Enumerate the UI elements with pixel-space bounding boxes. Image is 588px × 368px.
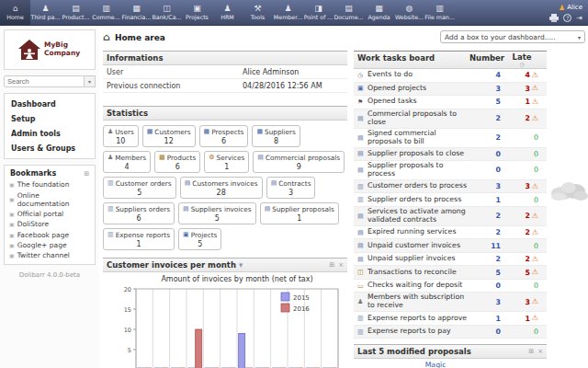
- task-row-commercial-proposals-to-close[interactable]: ▤Commercial proposals to close22⚠: [354, 109, 547, 129]
- informations-header: Informations: [103, 51, 347, 65]
- task-row-opened-tasks[interactable]: ⚑Opened tasks51⚠: [354, 96, 547, 109]
- logout-icon[interactable]: ⇥: [576, 14, 582, 22]
- page-title: Home area: [115, 33, 165, 42]
- widget-close-icon[interactable]: ×: [537, 348, 543, 355]
- invoices-chart-widget: Customer invoices per month ▼ ⊞ × Amount…: [103, 258, 347, 368]
- bookmark-dolistore[interactable]: ▣DoliStore: [5, 219, 95, 229]
- company-logo[interactable]: MyBig Company: [4, 29, 96, 70]
- stat-box-expense-reports[interactable]: ▥Expense reports1: [103, 228, 175, 250]
- task-row-transactions-to-reconcile[interactable]: ◫Transactions to reconcile55⚠: [354, 266, 547, 280]
- stat-box-contracts[interactable]: ▤Contracts3: [266, 177, 316, 199]
- task-row-expense-reports-to-pay[interactable]: ▥Expense reports to pay00: [354, 326, 547, 339]
- info-value[interactable]: Alice Adminson: [243, 68, 299, 76]
- add-box-dropdown[interactable]: Add a box to your dashboard..... ▾: [440, 30, 585, 43]
- top-menu-item-home[interactable]: ⌂Home: [0, 0, 30, 25]
- task-label: Members with subscription to receive: [368, 293, 473, 310]
- stat-box-services[interactable]: ⚙Services1: [204, 151, 249, 173]
- stat-value: 5: [137, 188, 141, 197]
- search-dropdown-button[interactable]: ▾: [85, 75, 96, 87]
- stat-box-members[interactable]: ♟Members4: [103, 151, 151, 173]
- stat-box-customers[interactable]: ▦Customers12: [142, 125, 196, 147]
- bookmark-twitter-channel[interactable]: ▣Twitter channel: [5, 250, 95, 260]
- task-row-customer-orders-to-process[interactable]: ▥Customer orders to process33⚠: [354, 180, 547, 194]
- stat-box-customer-orders[interactable]: ▥Customer orders5: [103, 177, 176, 199]
- bookmark-facebook-page[interactable]: ▣Facebook page: [5, 230, 95, 240]
- svg-text:2015: 2015: [293, 294, 310, 302]
- svg-text:10: 10: [124, 327, 131, 334]
- stat-box-commercial-proposals[interactable]: ▤Commercial proposals9: [253, 151, 345, 173]
- bookmarks-grid-icon[interactable]: ⊞: [84, 170, 89, 178]
- bookmark-google-page[interactable]: ▣Google+ page: [5, 240, 95, 250]
- members-icon: ♟: [107, 155, 113, 161]
- top-menu-item-website[interactable]: ◍Website...: [394, 0, 424, 25]
- task-row-expired-running-services[interactable]: ▤Expired running services22⚠: [354, 226, 547, 240]
- sidebar-item-dashboard[interactable]: Dashboard: [5, 97, 95, 111]
- user-menu[interactable]: ♟ Alice: [559, 4, 582, 12]
- task-row-signed-commercial-proposals-to-bill[interactable]: ▤Signed commercial proposals to bill20: [354, 129, 547, 148]
- bookmark-the-foundation[interactable]: ▣The foundation: [5, 179, 95, 190]
- task-row-unpaid-supplier-invoices[interactable]: ▤Unpaid supplier invoices22⚠: [354, 253, 547, 267]
- stat-box-customers-invoices[interactable]: ▤Customers invoices28: [180, 177, 263, 199]
- top-menu-item-product[interactable]: ▤Product...: [61, 0, 91, 25]
- opened-projects-icon: ▣: [357, 85, 368, 92]
- top-menu-item-third-pa[interactable]: ♟Third pa...: [30, 0, 61, 25]
- task-row-expense-reports-to-approve[interactable]: ▥Expense reports to approve11⚠: [354, 312, 547, 326]
- stat-box-top: ▦Customers: [147, 128, 191, 136]
- task-late-value: 0: [534, 133, 538, 142]
- widget-move-icon[interactable]: ⊞: [528, 348, 534, 355]
- stat-box-supplier-proposals[interactable]: ▤Supplier proposals1: [260, 202, 339, 224]
- stat-box-products[interactable]: ▩Products6: [154, 151, 200, 173]
- stat-box-suppliers-invoices[interactable]: ▤Suppliers invoices5: [178, 202, 256, 224]
- task-row-supplier-orders-to-process[interactable]: ▥Supplier orders to process10: [354, 193, 547, 207]
- products-icon: ▩: [159, 155, 165, 161]
- widget-close-icon[interactable]: ×: [338, 261, 344, 269]
- stat-box-projects[interactable]: ▣Projects5: [178, 228, 221, 250]
- search-input[interactable]: [4, 75, 85, 87]
- stat-box-prospects[interactable]: ▦Prospects6: [199, 125, 249, 147]
- task-row-events-to-do[interactable]: ◷Events to do44⚠: [354, 69, 547, 83]
- top-menu-item-financia[interactable]: ▦Financia...: [121, 0, 152, 25]
- stat-box-users[interactable]: ♟Users10: [103, 125, 139, 147]
- task-row-members-with-subscription-to-receive[interactable]: ♟Members with subscription to receive33⚠: [354, 293, 547, 312]
- printer-icon[interactable]: [549, 14, 559, 22]
- top-menu-item-tools[interactable]: ⚒Tools: [243, 0, 273, 25]
- projects-icon: ▣: [193, 5, 201, 13]
- stat-label: Customers invoices: [192, 179, 257, 188]
- task-late-value: 0: [534, 328, 538, 336]
- warning-icon: ⚠: [532, 213, 538, 220]
- task-row-checks-waiting-for-deposit[interactable]: ▭Checks waiting for deposit00: [354, 280, 547, 293]
- top-menu-item-point-of[interactable]: ◨Point of ...: [303, 0, 334, 25]
- task-row-unpaid-customer-invoices[interactable]: ▤Unpaid customer invoices110: [354, 239, 547, 253]
- task-late-value: 2: [525, 228, 529, 236]
- sidebar-item-users-groups[interactable]: Users & Groups: [5, 141, 95, 155]
- top-menu-item-hrm[interactable]: ♟HRM: [212, 0, 243, 25]
- filter-icon[interactable]: ▼: [239, 262, 243, 268]
- stat-box-top: ⚙Services: [209, 154, 244, 162]
- stat-box-suppliers-orders[interactable]: ▥Suppliers orders6: [103, 202, 175, 224]
- svg-text:2016: 2016: [293, 305, 310, 313]
- widget-move-icon[interactable]: ⊞: [329, 261, 334, 269]
- top-menu-item-file-man[interactable]: ▥File man...: [424, 0, 455, 25]
- task-row-services-to-activate-among-validated-contracts[interactable]: ▤Services to activate among validated co…: [354, 207, 547, 226]
- top-menu-item-comme[interactable]: ▥Comme...: [91, 0, 121, 25]
- top-menu-label: Projects: [186, 14, 209, 20]
- stat-box-suppliers[interactable]: ▦Suppliers8: [252, 125, 300, 147]
- top-menu-item-bank-ca[interactable]: ◫Bank/Ca...: [152, 0, 182, 25]
- task-row-supplier-proposals-to-process[interactable]: ▤Supplier proposals to process00: [354, 161, 547, 180]
- company-link[interactable]: Magic Food Store: [425, 361, 454, 368]
- task-late-value: 2: [525, 255, 529, 263]
- help-icon[interactable]: ?: [563, 14, 571, 22]
- info-label: Previous connection: [107, 82, 243, 90]
- top-menu-item-projects[interactable]: ▣Projects: [182, 0, 212, 25]
- top-menu-item-agenda[interactable]: ▦Agenda: [364, 0, 394, 25]
- stat-value: 5: [215, 213, 220, 223]
- sidebar-item-admin-tools[interactable]: Admin tools: [5, 126, 95, 141]
- top-menu-item-member[interactable]: ♟Member...: [273, 0, 303, 25]
- task-row-opened-projects[interactable]: ▣Opened projects33⚠: [354, 83, 547, 97]
- task-row-supplier-proposals-to-close[interactable]: ▤Supplier proposals to close00: [354, 148, 547, 162]
- sidebar-item-setup[interactable]: Setup: [5, 111, 95, 126]
- bookmark-online-documentation[interactable]: ▣Online documentation: [5, 190, 95, 208]
- bookmark-official-portal[interactable]: ▣Official portal: [5, 209, 95, 219]
- task-late-value: 3: [525, 182, 529, 190]
- top-menu-item-docume[interactable]: ▤Docume...: [334, 0, 364, 25]
